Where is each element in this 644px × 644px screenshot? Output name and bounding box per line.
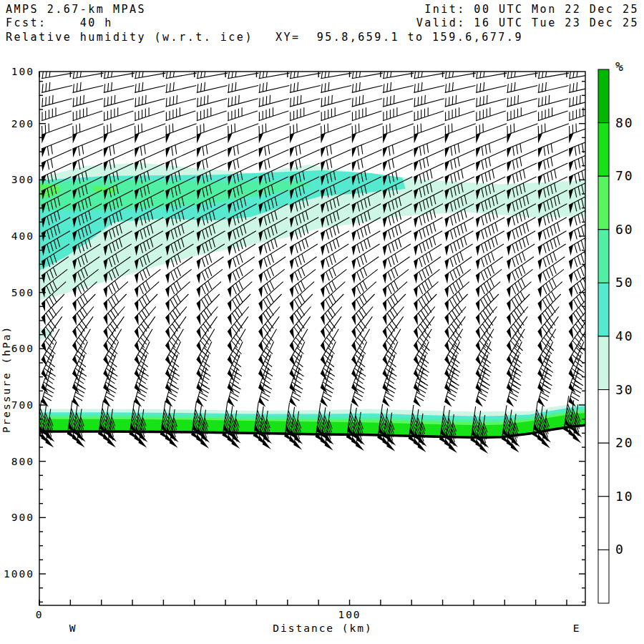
humidity-region-30	[39, 328, 54, 340]
amps-cross-section-figure: { "header": { "model_line": "AMPS 2.67-k…	[0, 0, 644, 644]
colorbar-tick-label: 50	[615, 275, 634, 290]
colorbar-segment	[598, 123, 609, 177]
colorbar-segment	[598, 176, 609, 230]
pressure-tick-label: 100	[11, 66, 34, 77]
colorbar-tick-label: 40	[615, 328, 634, 343]
plot-frame	[39, 72, 585, 605]
colorbar	[598, 69, 609, 603]
x-axis-title: Distance (km)	[273, 623, 373, 634]
colorbar-segment	[598, 230, 609, 283]
x-axis-labels: 0100WDistance (km)E	[36, 609, 581, 634]
colorbar-segment	[598, 550, 609, 603]
y-axis-labels: 1002003004005006007008009001000	[4, 66, 34, 580]
colorbar-tick-label: 80	[615, 115, 634, 130]
pressure-tick-label: 800	[11, 456, 34, 467]
colorbar-tick-label: 60	[615, 222, 634, 237]
colorbar-labels: %80706050403020100	[615, 59, 634, 557]
pressure-tick-label: 600	[11, 343, 34, 354]
init-time: Init: 00 UTC Mon 22 Dec 25	[424, 3, 639, 16]
valid-time: Valid: 16 UTC Tue 23 Dec 25	[416, 16, 639, 29]
y-axis-title: Pressure (hPa)	[1, 326, 12, 433]
colorbar-tick-label: 70	[615, 168, 634, 183]
colorbar-segment	[598, 283, 609, 336]
colorbar-segment	[598, 497, 609, 550]
colorbar-tick-label: 30	[615, 382, 634, 397]
pressure-tick-label: 1000	[4, 568, 34, 580]
pressure-tick-label: 500	[11, 287, 34, 298]
pressure-tick-label: 400	[11, 230, 34, 242]
colorbar-tick-label: 10	[615, 489, 634, 504]
pressure-tick-label: 300	[11, 174, 34, 185]
colorbar-segment	[598, 336, 609, 390]
colorbar-unit: %	[615, 59, 625, 74]
colorbar-tick-label: 20	[615, 435, 634, 450]
pressure-tick-label: 900	[11, 512, 34, 523]
colorbar-tick-label: 0	[615, 542, 625, 557]
field-title: Relative humidity (w.r.t. ice)	[6, 31, 253, 44]
forecast-hour: Fcst: 40 h	[6, 16, 113, 29]
cross-section-plot: 1002003004005006007008009001000Pressure …	[0, 0, 644, 644]
model-title: AMPS 2.67-km MPAS	[6, 3, 146, 16]
colorbar-segment	[598, 443, 609, 497]
xy-range: XY= 95.8,659.1 to 159.6,677.9	[275, 31, 523, 44]
colorbar-segment	[598, 390, 609, 444]
distance-tick-label: 0	[36, 609, 44, 620]
west-label: W	[69, 623, 77, 634]
east-label: E	[573, 623, 581, 634]
colorbar-segment	[598, 69, 609, 123]
distance-tick-label: 100	[338, 609, 361, 620]
pressure-tick-label: 700	[11, 399, 34, 411]
pressure-tick-label: 200	[11, 118, 34, 130]
